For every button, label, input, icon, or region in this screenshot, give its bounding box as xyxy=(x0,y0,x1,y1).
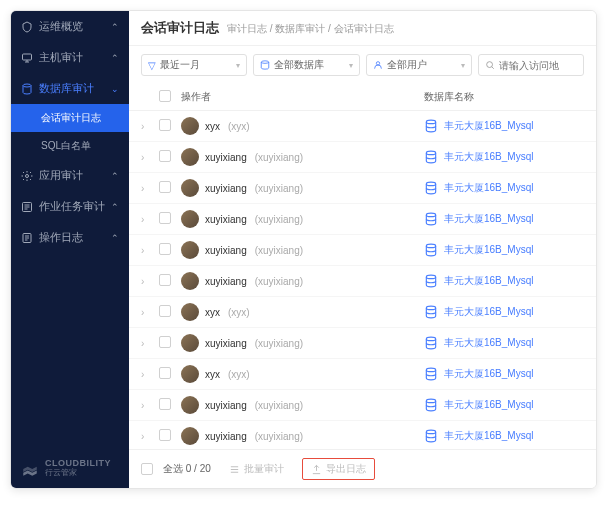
row-checkbox[interactable] xyxy=(159,243,171,255)
nav-label: 运维概览 xyxy=(39,19,83,34)
svg-point-17 xyxy=(426,399,435,403)
user-name: xyx xyxy=(205,307,220,318)
database-icon xyxy=(260,60,270,70)
row-checkbox[interactable] xyxy=(159,429,171,441)
user-name: xuyixiang xyxy=(205,245,247,256)
row-checkbox[interactable] xyxy=(159,212,171,224)
expand-icon[interactable]: › xyxy=(141,431,144,442)
search-input-wrap[interactable] xyxy=(478,54,584,76)
row-checkbox[interactable] xyxy=(159,305,171,317)
avatar xyxy=(181,210,199,228)
db-name: 丰元大厦16B_Mysql xyxy=(444,243,533,257)
row-checkbox[interactable] xyxy=(159,398,171,410)
db-name: 丰元大厦16B_Mysql xyxy=(444,336,533,350)
expand-icon[interactable]: › xyxy=(141,245,144,256)
svg-rect-0 xyxy=(23,54,32,60)
export-icon xyxy=(311,464,322,475)
db-name: 丰元大厦16B_Mysql xyxy=(444,181,533,195)
avatar xyxy=(181,334,199,352)
user-icon xyxy=(373,60,383,70)
svg-point-2 xyxy=(26,174,29,177)
nav-item-4[interactable]: 作业任务审计⌃ xyxy=(11,191,129,222)
export-log-button[interactable]: 导出日志 xyxy=(302,458,375,480)
row-checkbox[interactable] xyxy=(159,274,171,286)
user-login: (xyx) xyxy=(228,369,250,380)
database-icon xyxy=(424,367,438,381)
avatar xyxy=(181,396,199,414)
user-login: (xuyixiang) xyxy=(255,431,303,442)
nav-label: 作业任务审计 xyxy=(39,199,105,214)
avatar xyxy=(181,148,199,166)
search-input[interactable] xyxy=(499,60,577,71)
time-filter[interactable]: ▽ 最近一月 ▾ xyxy=(141,54,247,76)
nav-sub-item-0[interactable]: 会话审计日志 xyxy=(11,104,129,132)
user-name: xyx xyxy=(205,121,220,132)
svg-point-10 xyxy=(426,182,435,186)
user-name: xyx xyxy=(205,369,220,380)
user-login: (xuyixiang) xyxy=(255,152,303,163)
expand-icon[interactable]: › xyxy=(141,369,144,380)
expand-icon[interactable]: › xyxy=(141,276,144,287)
expand-icon[interactable]: › xyxy=(141,183,144,194)
search-icon xyxy=(485,60,495,70)
svg-point-14 xyxy=(426,306,435,310)
db-name: 丰元大厦16B_Mysql xyxy=(444,305,533,319)
database-icon xyxy=(424,181,438,195)
expand-icon[interactable]: › xyxy=(141,214,144,225)
row-checkbox[interactable] xyxy=(159,150,171,162)
col-dbname: 数据库名称 xyxy=(424,90,584,104)
expand-icon[interactable]: › xyxy=(141,307,144,318)
table-row: ›xuyixiang(xuyixiang)丰元大厦16B_Mysql xyxy=(129,235,596,266)
nav-item-2[interactable]: 数据库审计⌄ xyxy=(11,73,129,104)
batch-audit-button[interactable]: 批量审计 xyxy=(221,459,292,479)
row-checkbox[interactable] xyxy=(159,181,171,193)
user-login: (xuyixiang) xyxy=(255,338,303,349)
user-filter-label: 全部用户 xyxy=(387,58,427,72)
header-checkbox[interactable] xyxy=(159,90,171,102)
table-row: ›xyx(xyx)丰元大厦16B_Mysql xyxy=(129,359,596,390)
nav-icon xyxy=(21,170,33,182)
export-label: 导出日志 xyxy=(326,462,366,476)
user-login: (xuyixiang) xyxy=(255,245,303,256)
nav-item-0[interactable]: 运维概览⌃ xyxy=(11,11,129,42)
nav-label: 操作日志 xyxy=(39,230,83,245)
database-icon xyxy=(424,274,438,288)
chevron-icon: ⌃ xyxy=(111,171,119,181)
select-all-checkbox[interactable] xyxy=(141,463,153,475)
expand-icon[interactable]: › xyxy=(141,152,144,163)
expand-icon[interactable]: › xyxy=(141,338,144,349)
svg-point-5 xyxy=(262,61,270,64)
database-icon xyxy=(424,119,438,133)
nav-item-5[interactable]: 操作日志⌃ xyxy=(11,222,129,253)
svg-point-18 xyxy=(426,430,435,434)
svg-point-9 xyxy=(426,151,435,155)
database-icon xyxy=(424,398,438,412)
avatar xyxy=(181,241,199,259)
row-checkbox[interactable] xyxy=(159,119,171,131)
expand-icon[interactable]: › xyxy=(141,121,144,132)
db-filter[interactable]: 全部数据库 ▾ xyxy=(253,54,359,76)
nav-item-1[interactable]: 主机审计⌃ xyxy=(11,42,129,73)
table-row: ›xyx(xyx)丰元大厦16B_Mysql xyxy=(129,297,596,328)
select-all-label: 全选 0 / 20 xyxy=(163,462,211,476)
brand-logo: CLOUDBILITY行云管家 xyxy=(11,449,129,488)
db-filter-label: 全部数据库 xyxy=(274,58,324,72)
nav-sub-item-1[interactable]: SQL白名单 xyxy=(11,132,129,160)
user-login: (xyx) xyxy=(228,121,250,132)
nav-icon xyxy=(21,83,33,95)
user-name: xuyixiang xyxy=(205,183,247,194)
user-login: (xuyixiang) xyxy=(255,400,303,411)
col-operator: 操作者 xyxy=(181,90,424,104)
user-filter[interactable]: 全部用户 ▾ xyxy=(366,54,472,76)
nav-icon xyxy=(21,52,33,64)
svg-point-15 xyxy=(426,337,435,341)
expand-icon[interactable]: › xyxy=(141,400,144,411)
chevron-down-icon: ▾ xyxy=(349,61,353,70)
row-checkbox[interactable] xyxy=(159,367,171,379)
batch-label: 批量审计 xyxy=(244,462,284,476)
nav-item-3[interactable]: 应用审计⌃ xyxy=(11,160,129,191)
chevron-down-icon: ▾ xyxy=(236,61,240,70)
user-name: xuyixiang xyxy=(205,276,247,287)
user-login: (xuyixiang) xyxy=(255,214,303,225)
row-checkbox[interactable] xyxy=(159,336,171,348)
